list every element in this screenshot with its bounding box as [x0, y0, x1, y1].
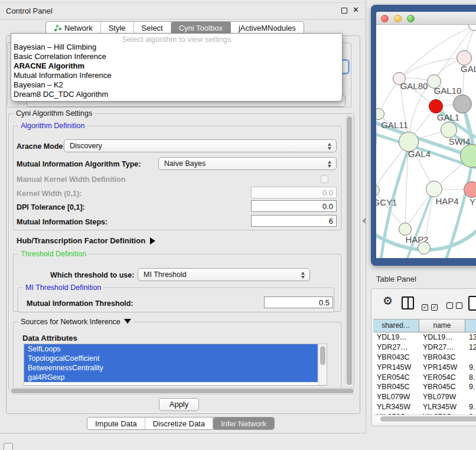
table-cell: YDL19…: [419, 332, 465, 343]
algorithm-options-list: Bayesian – Hill ClimbingBasic Correlatio…: [11, 43, 342, 99]
aracne-mode-label: Aracne Mode:: [17, 142, 66, 151]
kernel-width-input[interactable]: [251, 187, 337, 198]
node-table[interactable]: shared…name YDL19…YDL19…13YDR27…YDR27…12…: [373, 319, 476, 423]
algorithm-option[interactable]: Dream8 DC_TDC Algorithm: [11, 90, 342, 99]
table-cell: [465, 353, 476, 363]
table-cell: YPR145W: [419, 363, 465, 373]
gear-icon[interactable]: ⚙: [383, 294, 393, 308]
column-header[interactable]: shared…: [373, 319, 419, 332]
table-cell: YBL079W: [373, 392, 419, 402]
table-row[interactable]: YBR043CYBR043C: [373, 353, 476, 363]
document-icon[interactable]: [468, 296, 476, 311]
screen: Control Panel ✕ NetworkStyleSelectCyni T…: [0, 0, 476, 450]
network-node[interactable]: [429, 99, 443, 113]
node-label: GAL: [461, 64, 476, 74]
minimize-traffic-light[interactable]: [394, 15, 402, 22]
control-panel-tabbar: NetworkStyleSelectCyni ToolboxjActiveMNo…: [45, 21, 304, 34]
close-panel-icon[interactable]: ✕: [353, 5, 359, 14]
network-node-hap4[interactable]: [426, 181, 442, 197]
network-canvas[interactable]: GALGAL80GAL10GAL11GAL1SWI4GAL4GCY1HAP4YH…: [376, 25, 476, 258]
column-header[interactable]: [465, 319, 476, 332]
close-traffic-light[interactable]: [381, 15, 389, 22]
node-label: GAL11: [381, 120, 408, 130]
data-attribute-item[interactable]: SelfLoops: [24, 344, 318, 354]
network-node-y[interactable]: [464, 181, 476, 198]
tab-style[interactable]: Style: [101, 22, 134, 34]
table-cell: YBL079W: [419, 392, 465, 402]
tab-label: Discretize Data: [153, 419, 205, 428]
table-row[interactable]: YDR27…YDR27…12: [373, 343, 476, 353]
split-columns-icon[interactable]: [402, 296, 414, 309]
table-row[interactable]: YBL079WYBL079W: [373, 392, 476, 402]
bottom-tab-infer-network[interactable]: Infer Network: [213, 418, 274, 429]
bottom-tabbar: Impute DataDiscretize DataInfer Network: [87, 417, 275, 430]
table-row[interactable]: YLR345WYLR345W9.: [373, 402, 476, 412]
table-cell: YER054C: [373, 373, 419, 383]
data-attribute-item[interactable]: TopologicalCoefficient: [24, 354, 318, 363]
table-cell: YBR045C: [373, 382, 419, 392]
sources-group-title[interactable]: Sources for Network Inference: [18, 318, 133, 326]
bottom-left-grip-icon[interactable]: [4, 443, 13, 450]
column-header[interactable]: name: [419, 319, 465, 332]
stepper-icon: [328, 160, 332, 168]
table-row[interactable]: YER054CYER054C8.: [373, 373, 476, 383]
attributes-scrollbar[interactable]: [318, 345, 326, 385]
aracne-mode-select[interactable]: Discovery: [64, 139, 337, 152]
settings-horizontal-scrollbar[interactable]: [9, 387, 357, 394]
kernel-width-label: Kernel Width (0,1):: [17, 190, 81, 198]
table-cell: YBR043C: [373, 353, 419, 363]
table-row[interactable]: YPR145WYPR145W9.: [373, 363, 476, 373]
bottom-tab-impute-data[interactable]: Impute Data: [87, 418, 145, 429]
tab-select[interactable]: Select: [134, 22, 171, 34]
network-window-titlebar[interactable]: [376, 12, 476, 25]
data-attributes-list[interactable]: SelfLoopsTopologicalCoefficientBetweenne…: [24, 344, 327, 386]
select-all-checkboxes-icon[interactable]: ✓✓: [422, 301, 441, 311]
zoom-traffic-light[interactable]: [407, 15, 415, 22]
settings-vertical-scrollbar[interactable]: [345, 115, 353, 388]
algorithm-option[interactable]: Basic Correlation Inference: [11, 52, 342, 61]
tab-label: Style: [109, 24, 126, 32]
table-row[interactable]: YDL19…YDL19…13: [373, 332, 476, 343]
network-node-gal1[interactable]: [441, 122, 457, 138]
which-threshold-label: Which threshold to use:: [50, 271, 134, 279]
tab-network[interactable]: Network: [46, 22, 101, 34]
cyni-algorithm-settings-title: Cyni Algorithm Settings: [14, 109, 94, 118]
node-label: GAL10: [434, 86, 462, 96]
table-row[interactable]: YBR045CYBR045C9.: [373, 382, 476, 392]
dpi-tolerance-label: DPI Tolerance [0,1]:: [17, 203, 85, 211]
table-cell: YDR27…: [419, 343, 465, 353]
manual-kernel-checkbox[interactable]: [321, 175, 328, 183]
float-window-icon[interactable]: [341, 8, 347, 14]
network-view-window: GALGAL80GAL10GAL11GAL1SWI4GAL4GCY1HAP4YH…: [371, 5, 476, 266]
hub-definition-toggle[interactable]: Hub/Transcription Factor Definition: [17, 236, 155, 245]
algorithm-option[interactable]: ARACNE Algorithm: [11, 61, 342, 71]
mi-threshold-label: Mutual Information Threshold:: [27, 299, 133, 308]
algorithm-option[interactable]: Mutual Information Inference: [11, 71, 342, 80]
mi-steps-label: Mutual Information Steps:: [17, 218, 107, 226]
network-node-hap2[interactable]: [399, 223, 412, 236]
bottom-tab-discretize-data[interactable]: Discretize Data: [145, 418, 213, 429]
table-cell: [465, 392, 476, 402]
algorithm-option[interactable]: Bayesian – Hill Climbing: [11, 43, 342, 52]
apply-button[interactable]: Apply: [159, 398, 199, 411]
dpi-tolerance-input[interactable]: [251, 200, 337, 212]
network-node[interactable]: [418, 242, 431, 255]
aracne-mode-value: Discovery: [70, 142, 102, 150]
tab-label: Network: [64, 24, 93, 32]
mi-algorithm-type-select[interactable]: Naive Bayes: [158, 157, 337, 170]
algorithm-option[interactable]: Bayesian – K2: [11, 80, 342, 90]
panel-splitter-handle[interactable]: [362, 218, 366, 224]
mi-steps-input[interactable]: [251, 215, 337, 227]
mi-threshold-input[interactable]: [264, 296, 333, 308]
deselect-all-checkboxes-icon[interactable]: [446, 301, 465, 311]
data-attribute-item[interactable]: gal4RGexp: [24, 373, 318, 382]
which-threshold-select[interactable]: MI Threshold: [138, 268, 310, 281]
table-horizontal-scrollbar[interactable]: [373, 415, 476, 422]
table-cell: YDL19…: [373, 332, 419, 343]
node-label: GAL1: [437, 112, 459, 122]
tab-jactivemnodules[interactable]: jActiveMNodules: [231, 22, 304, 34]
data-attribute-item[interactable]: BetweennessCentrality: [24, 363, 318, 373]
tab-cyni-toolbox[interactable]: Cyni Toolbox: [171, 22, 231, 34]
network-node[interactable]: [453, 94, 472, 113]
algorithm-dropdown-placeholder: Select algorithm to view settings: [11, 34, 342, 43]
